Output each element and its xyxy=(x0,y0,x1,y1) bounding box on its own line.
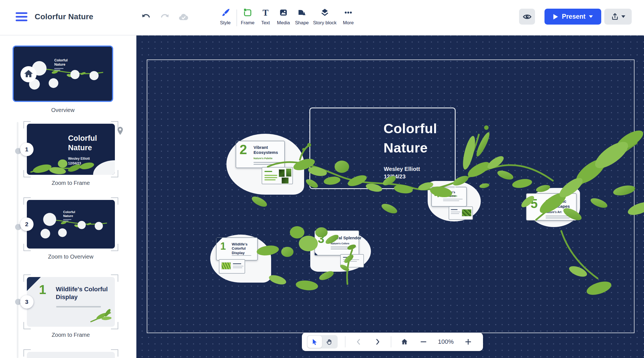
photo-thumbnail xyxy=(461,209,472,217)
topic-card-vibrant-ecosystems[interactable]: 2 Vibrant Ecosystems Nature's Palette xyxy=(236,141,285,168)
topic-number: 3 xyxy=(318,233,324,245)
toolbar-divider xyxy=(391,336,391,347)
topic-title: Floral Splendor xyxy=(331,235,359,240)
placeholder-text-line xyxy=(254,162,280,163)
topic-number: 2 xyxy=(240,143,247,156)
placeholder-text-line xyxy=(264,179,276,180)
overview-minimap: Colorful Nature xyxy=(14,47,112,101)
placeholder-text-line xyxy=(443,199,463,199)
prezi-editor: 2 Vibrant Ecosystems Nature's Palette 4 … xyxy=(0,0,644,358)
topic-number: 1 xyxy=(220,241,226,251)
placeholder-text-line xyxy=(546,218,570,218)
share-button[interactable] xyxy=(604,9,632,25)
svg-text:Colorful: Colorful xyxy=(63,210,75,214)
home-icon xyxy=(401,338,408,346)
topic-title: Wildlife's Colorful Display xyxy=(232,242,257,255)
placeholder-text-line xyxy=(451,213,459,214)
subframe-wildlifes-display[interactable] xyxy=(219,259,245,274)
home-view-button[interactable] xyxy=(399,336,410,348)
path-timeline xyxy=(17,122,18,358)
card-fold xyxy=(315,252,318,255)
topic-card-natures-rainbow[interactable]: 4 Nature's Rainbow Diverse Hues xyxy=(431,187,467,207)
placeholder-text-line xyxy=(233,268,242,268)
minus-icon xyxy=(420,338,427,345)
overview-thumbnail[interactable]: Colorful Nature xyxy=(13,46,113,102)
subframe-natures-rainbow[interactable] xyxy=(449,206,473,220)
toolbar-divider xyxy=(345,336,345,347)
sidebar-overview-item: Colorful Nature Overview xyxy=(13,46,113,113)
path-step-thumbnail[interactable]: 1 Wildlife's Colorful Display 3 xyxy=(27,277,115,327)
path-sidebar: Colorful Nature Overview xyxy=(0,35,136,358)
zoom-out-button[interactable] xyxy=(418,336,429,348)
placeholder-text-line xyxy=(331,247,356,247)
placeholder-text-line xyxy=(264,177,277,178)
placeholder-text-line xyxy=(264,175,277,176)
svg-text:Nature: Nature xyxy=(54,63,65,66)
path-step-thumbnail[interactable]: Colorful Nature Wesley Elliott 12/04/23 … xyxy=(27,124,115,175)
svg-text:Colorful: Colorful xyxy=(54,58,68,62)
placeholder-text-line xyxy=(546,216,574,216)
plus-icon xyxy=(465,338,472,345)
presentation-canvas[interactable]: 2 Vibrant Ecosystems Nature's Palette 4 … xyxy=(136,35,644,358)
thumbnail-date: 12/04/23 xyxy=(68,161,81,165)
thumbnail-author: Wesley Elliott xyxy=(68,157,90,161)
present-button[interactable]: Present xyxy=(544,9,601,25)
subframe-vibrant-ecosystems[interactable] xyxy=(262,167,293,184)
topic-card-chromatic-landscapes[interactable]: 5 Chromatic Landscapes Nature's Art xyxy=(526,193,577,221)
path-step-number: 1 xyxy=(20,143,34,156)
presentation-date: 12/04/23 xyxy=(384,173,406,180)
path-step-label: Zoom to Frame xyxy=(25,180,117,186)
shape-icon xyxy=(297,7,306,18)
location-pin-icon xyxy=(117,127,124,137)
placeholder-text-line xyxy=(254,164,275,165)
topic-card-wildlifes-colorful-display[interactable]: 1 Wildlife's Colorful Display xyxy=(216,237,258,261)
topic-title: Chromatic Landscapes xyxy=(546,199,576,209)
placeholder-text-line xyxy=(443,201,459,201)
path-step-number: 3 xyxy=(20,295,34,309)
chevron-left-icon xyxy=(355,338,362,345)
card-fold xyxy=(236,141,239,144)
overview-minimap: Colorful Nature xyxy=(27,200,115,249)
topic-subtitle: Nature's Colors xyxy=(331,242,349,245)
thumbnail-title: Colorful Nature xyxy=(68,134,97,153)
presentation-title: Colorful Nature xyxy=(383,119,437,157)
tool-label: More xyxy=(343,20,354,26)
chevron-down-icon xyxy=(589,15,593,18)
tool-more[interactable]: More xyxy=(330,7,366,26)
hand-icon xyxy=(326,338,333,345)
placeholder-heading xyxy=(264,171,272,172)
previous-step-button[interactable] xyxy=(353,336,364,348)
thumbnail-corner-triangle xyxy=(27,277,41,291)
chevron-right-icon xyxy=(374,338,381,345)
present-label: Present xyxy=(562,13,585,20)
thumbnail-leaves xyxy=(88,308,113,324)
placeholder-text-line xyxy=(232,255,251,256)
next-step-button[interactable] xyxy=(372,336,383,348)
zoom-level: 100% xyxy=(437,338,455,345)
canvas-navigation-bar: 100% xyxy=(302,333,483,351)
style-brush-icon xyxy=(221,7,230,18)
story-block-icon xyxy=(320,7,330,18)
path-step-thumbnail[interactable] xyxy=(27,352,115,358)
placeholder-text-line xyxy=(56,306,101,307)
presentation-author: Wesley Elliott xyxy=(384,166,420,172)
cursor-icon xyxy=(311,338,318,345)
placeholder-heading xyxy=(233,263,241,264)
photo-thumbnail xyxy=(278,169,285,177)
pan-tool-button[interactable] xyxy=(322,336,337,348)
topic-card-floral-splendor[interactable]: 3 Floral Splendor Nature's Colors xyxy=(314,230,359,256)
eye-icon xyxy=(523,12,532,21)
zoom-in-button[interactable] xyxy=(462,336,474,348)
subframe-floral-splendor[interactable] xyxy=(340,254,364,268)
path-step-thumbnail[interactable]: Colorful Nature 2 xyxy=(27,200,115,249)
photo-thumbnail xyxy=(221,262,231,270)
title-frame[interactable]: Colorful Nature Wesley Elliott 12/04/23 xyxy=(309,108,456,189)
topic-subtitle: Nature's Palette xyxy=(254,157,273,160)
svg-text:Nature: Nature xyxy=(63,214,73,218)
placeholder-text-line xyxy=(343,259,359,260)
placeholder-heading xyxy=(343,257,350,258)
select-tool-button[interactable] xyxy=(307,336,322,348)
topic-number: 4 xyxy=(434,189,440,199)
placeholder-text-line xyxy=(343,261,357,262)
preview-button[interactable] xyxy=(519,9,535,25)
